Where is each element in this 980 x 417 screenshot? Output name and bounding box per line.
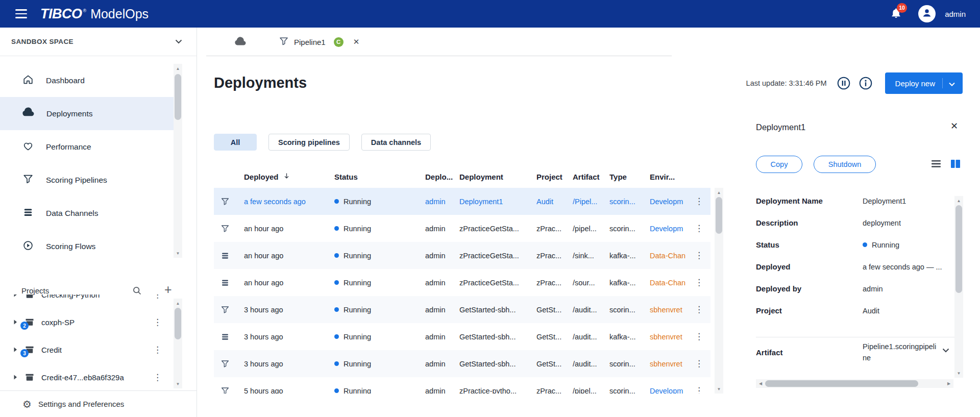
cell-project[interactable]: zPrac... — [536, 279, 573, 287]
projects-scrollbar[interactable]: ▲ ▼ — [174, 299, 182, 388]
sidebar-nav-scrollbar[interactable]: ▲ ▼ — [174, 64, 182, 258]
scroll-right-icon[interactable]: ▶ — [945, 379, 952, 388]
cell-deployment[interactable]: zPractice-pytho... — [459, 387, 536, 394]
scrollbar-thumb[interactable] — [765, 380, 918, 387]
caret-right-icon[interactable] — [13, 374, 18, 380]
project-menu-icon[interactable]: ⋮ — [153, 317, 162, 328]
cell-type[interactable]: scorin... — [609, 360, 650, 368]
table-row[interactable]: an hour ago Running admin zPracticeGetSt… — [214, 215, 710, 242]
cell-deployed-by[interactable]: admin — [425, 225, 459, 233]
cell-environment[interactable]: Data-Chan — [650, 279, 688, 287]
scrollbar-thumb[interactable] — [175, 308, 181, 339]
close-tab-icon[interactable]: ✕ — [353, 37, 360, 46]
cell-deployed-by[interactable]: admin — [425, 387, 459, 394]
cell-environment[interactable]: Developm — [650, 387, 688, 394]
caret-right-icon[interactable] — [13, 319, 18, 325]
cell-deployed[interactable]: 3 hours ago — [244, 360, 334, 368]
scrollbar-thumb[interactable] — [955, 205, 962, 293]
cell-deployed[interactable]: an hour ago — [244, 252, 334, 260]
cell-artifact[interactable]: /pipel... — [573, 225, 609, 233]
scrollbar-thumb[interactable] — [175, 74, 181, 120]
cell-type[interactable]: scorin... — [609, 225, 650, 233]
table-row[interactable]: an hour ago Running admin zPracticeGetSt… — [214, 242, 710, 269]
sidebar-item-data-channels[interactable]: Data Channels — [0, 197, 174, 230]
view-split-icon[interactable] — [950, 159, 961, 168]
shutdown-button[interactable]: Shutdown — [814, 156, 876, 173]
cell-deployed-by[interactable]: admin — [425, 198, 459, 206]
tab-pipeline1[interactable]: Pipeline1 C ✕ — [279, 28, 359, 56]
project-item-checking-python[interactable]: Checking-Python ⋮ — [0, 295, 174, 308]
filter-scoring-pipelines[interactable]: Scoring pipelines — [268, 134, 350, 151]
scroll-down-icon[interactable]: ▼ — [715, 385, 723, 393]
cell-project[interactable]: Audit — [536, 198, 573, 206]
scroll-up-icon[interactable]: ▲ — [715, 189, 723, 196]
cell-deployed-by[interactable]: admin — [425, 333, 459, 341]
scroll-left-icon[interactable]: ◀ — [757, 379, 764, 388]
cell-deployed-by[interactable]: admin — [425, 360, 459, 368]
cell-type[interactable]: scorin... — [609, 198, 650, 206]
cell-artifact[interactable]: /audit... — [573, 333, 609, 341]
cell-project[interactable]: zPrac... — [536, 252, 573, 260]
cell-type[interactable]: kafka-... — [609, 252, 650, 260]
cell-artifact[interactable]: /audit... — [573, 360, 609, 368]
project-item-credit[interactable]: 3 Credit ⋮ — [0, 336, 174, 363]
scroll-down-icon[interactable]: ▼ — [174, 250, 182, 257]
cell-deployment[interactable]: zPracticeGetSta... — [459, 225, 536, 233]
cell-environment[interactable]: Developm — [650, 225, 688, 233]
cell-type[interactable]: kafka-... — [609, 333, 650, 341]
sidebar-item-dashboard[interactable]: Dashboard — [0, 64, 174, 97]
scroll-down-icon[interactable]: ▼ — [174, 380, 182, 387]
cell-deployed-by[interactable]: admin — [425, 279, 459, 287]
cell-artifact[interactable]: /pipel... — [573, 387, 609, 394]
column-deployment[interactable]: Deployment — [459, 173, 536, 181]
scroll-up-icon[interactable]: ▲ — [174, 300, 182, 307]
view-list-icon[interactable] — [931, 159, 941, 168]
close-panel-icon[interactable]: ✕ — [950, 120, 958, 132]
cell-project[interactable]: GetSt... — [536, 306, 573, 314]
cell-deployed[interactable]: 3 hours ago — [244, 333, 334, 341]
cell-project[interactable]: GetSt... — [536, 333, 573, 341]
cell-deployment[interactable]: zPracticeGetSta... — [459, 252, 536, 260]
cell-environment[interactable]: Developm — [650, 198, 688, 206]
avatar[interactable] — [918, 5, 936, 22]
column-deployed-by[interactable]: Deplo... — [425, 173, 459, 181]
settings-button[interactable]: ⚙ Settings and Preferences — [0, 390, 197, 417]
column-type[interactable]: Type — [609, 173, 650, 181]
cell-deployed[interactable]: an hour ago — [244, 279, 334, 287]
menu-icon[interactable] — [15, 9, 27, 18]
column-project[interactable]: Project — [536, 173, 573, 181]
cell-environment[interactable]: sbhenvret — [650, 360, 688, 368]
project-menu-icon[interactable]: ⋮ — [153, 345, 162, 355]
column-status[interactable]: Status — [334, 173, 425, 181]
cell-deployment[interactable]: GetStarted-sbh... — [459, 306, 536, 314]
filter-all[interactable]: All — [214, 134, 257, 151]
cell-type[interactable]: kafka-... — [609, 279, 650, 287]
scroll-down-icon[interactable]: ▼ — [954, 370, 963, 377]
row-menu-icon[interactable]: ⋮ — [688, 358, 710, 369]
table-row[interactable]: 3 hours ago Running admin GetStarted-sbh… — [214, 350, 710, 377]
sort-desc-icon[interactable] — [283, 172, 290, 181]
cell-artifact[interactable]: /audit... — [573, 306, 609, 314]
cell-environment[interactable]: sbhenvret — [650, 333, 688, 341]
cell-deployment[interactable]: GetStarted-sbh... — [459, 360, 536, 368]
cell-project[interactable]: zPrac... — [536, 387, 573, 394]
row-menu-icon[interactable]: ⋮ — [688, 304, 710, 315]
space-selector[interactable]: SANDBOX SPACE — [0, 28, 197, 56]
details-scrollbar[interactable]: ▲ ▼ — [954, 196, 963, 378]
table-row[interactable]: an hour ago Running admin zPracticeGetSt… — [214, 269, 710, 296]
sidebar-item-performance[interactable]: Performance — [0, 130, 174, 163]
caret-right-icon[interactable] — [13, 347, 18, 353]
table-row[interactable]: a few seconds ago Running admin Deployme… — [214, 188, 710, 215]
cell-deployed[interactable]: 5 hours ago — [244, 387, 334, 394]
cell-artifact[interactable]: /sink... — [573, 252, 609, 260]
cell-artifact[interactable]: /sour... — [573, 279, 609, 287]
cell-deployment[interactable]: zPracticeGetSta... — [459, 279, 536, 287]
cell-project[interactable]: GetSt... — [536, 360, 573, 368]
cell-type[interactable]: scorin... — [609, 306, 650, 314]
notifications-button[interactable]: 10 — [890, 7, 902, 21]
details-horizontal-scrollbar[interactable]: ◀ ▶ — [756, 379, 953, 388]
chevron-down-icon[interactable] — [942, 348, 949, 353]
cell-deployed[interactable]: 3 hours ago — [244, 306, 334, 314]
sidebar-item-scoring-pipelines[interactable]: Scoring Pipelines — [0, 163, 174, 197]
cell-deployed-by[interactable]: admin — [425, 306, 459, 314]
